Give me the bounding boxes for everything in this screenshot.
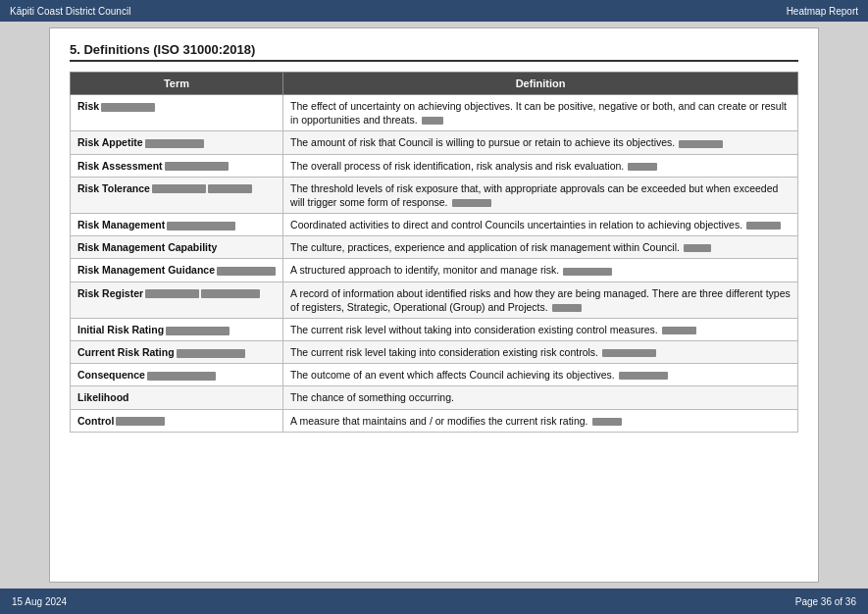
term-cell: Risk Management Guidance [71, 259, 283, 281]
definition-text: The current risk level taking into consi… [290, 346, 598, 358]
table-row: ConsequenceThe outcome of an event which… [71, 364, 798, 386]
table-row: Risk Management GuidanceA structured app… [71, 259, 798, 281]
term-label: Current Risk Rating [77, 345, 175, 359]
definition-text: The current risk level without taking in… [290, 324, 658, 335]
table-row: Risk RegisterA record of information abo… [71, 281, 798, 318]
report-title: Heatmap Report [787, 6, 858, 17]
definition-text: A record of information about identified… [290, 287, 791, 313]
term-label: Risk Register [77, 286, 143, 300]
term-cell: Consequence [71, 364, 283, 386]
term-label: Likelihood [77, 390, 129, 404]
table-row: Current Risk RatingThe current risk leve… [71, 341, 798, 364]
definition-cell: The current risk level taking into consi… [283, 341, 798, 364]
definition-text: Coordinated activities to direct and con… [290, 219, 742, 230]
term-cell: Likelihood [71, 386, 283, 409]
table-row: RiskThe effect of uncertainty on achievi… [71, 95, 798, 131]
col-term-header: Term [71, 73, 283, 95]
term-cell: Risk Register [71, 281, 283, 318]
footer-date: 15 Aug 2024 [12, 596, 67, 607]
table-row: Risk ToleranceThe threshold levels of ri… [71, 177, 798, 213]
term-cell: Risk [71, 95, 283, 131]
term-cell: Risk Assessment [71, 154, 283, 177]
definition-text: The culture, practices, experience and a… [290, 241, 680, 253]
definition-text: The overall process of risk identificati… [290, 160, 624, 172]
term-cell: Risk Management [71, 214, 283, 236]
definition-cell: Coordinated activities to direct and con… [283, 214, 798, 236]
definition-text: The amount of risk that Council is willi… [290, 136, 675, 148]
definition-text: The threshold levels of risk exposure th… [290, 182, 778, 208]
table-row: Risk AppetiteThe amount of risk that Cou… [71, 131, 798, 154]
term-label: Risk [77, 99, 99, 113]
definition-text: The chance of something occurring. [290, 391, 454, 403]
page-area: 5. Definitions (ISO 31000:2018) Term Def… [49, 27, 819, 583]
term-label: Risk Tolerance [77, 181, 150, 195]
definition-cell: The current risk level without taking in… [283, 318, 798, 340]
term-label: Initial Risk Rating [77, 323, 164, 336]
definitions-table: Term Definition RiskThe effect of uncert… [70, 72, 798, 433]
definition-text: The outcome of an event which affects Co… [290, 369, 615, 381]
term-label: Consequence [77, 368, 145, 382]
definition-cell: The overall process of risk identificati… [283, 154, 798, 177]
header-bar: Kāpiti Coast District Council Heatmap Re… [0, 0, 868, 22]
term-cell: Risk Appetite [71, 131, 283, 154]
definition-cell: A structured approach to identify, monit… [283, 259, 798, 281]
definition-cell: The effect of uncertainty on achieving o… [283, 95, 798, 131]
term-label: Risk Management [77, 218, 165, 231]
definition-cell: The outcome of an event which affects Co… [283, 364, 798, 386]
definition-text: The effect of uncertainty on achieving o… [290, 100, 787, 126]
definition-cell: A measure that maintains and / or modifi… [283, 409, 798, 432]
definition-cell: The amount of risk that Council is willi… [283, 131, 798, 154]
definition-text: A structured approach to identify, monit… [290, 264, 559, 276]
section-title: 5. Definitions (ISO 31000:2018) [70, 42, 798, 62]
term-cell: Control [71, 409, 283, 432]
term-label: Risk Appetite [77, 135, 143, 149]
term-cell: Risk Management Capability [71, 236, 283, 259]
org-name: Kāpiti Coast District Council [10, 6, 130, 17]
table-row: Initial Risk RatingThe current risk leve… [71, 318, 798, 340]
term-label: Control [77, 414, 114, 428]
table-row: ControlA measure that maintains and / or… [71, 409, 798, 432]
definition-cell: A record of information about identified… [283, 281, 798, 318]
col-definition-header: Definition [283, 73, 798, 95]
table-row: Risk Management CapabilityThe culture, p… [71, 236, 798, 259]
definition-cell: The chance of something occurring. [283, 386, 798, 409]
table-row: Risk AssessmentThe overall process of ri… [71, 154, 798, 177]
footer-bar: 15 Aug 2024 Page 36 of 36 [0, 588, 868, 614]
term-cell: Initial Risk Rating [71, 318, 283, 340]
term-cell: Risk Tolerance [71, 177, 283, 213]
term-cell: Current Risk Rating [71, 341, 283, 364]
term-label: Risk Management Capability [77, 240, 217, 254]
definition-cell: The culture, practices, experience and a… [283, 236, 798, 259]
definition-cell: The threshold levels of risk exposure th… [283, 177, 798, 213]
table-row: Risk ManagementCoordinated activities to… [71, 214, 798, 236]
definition-text: A measure that maintains and / or modifi… [290, 415, 587, 427]
footer-page: Page 36 of 36 [795, 596, 856, 607]
term-label: Risk Management Guidance [77, 263, 215, 277]
term-label: Risk Assessment [77, 159, 163, 173]
table-row: LikelihoodThe chance of something occurr… [71, 386, 798, 409]
